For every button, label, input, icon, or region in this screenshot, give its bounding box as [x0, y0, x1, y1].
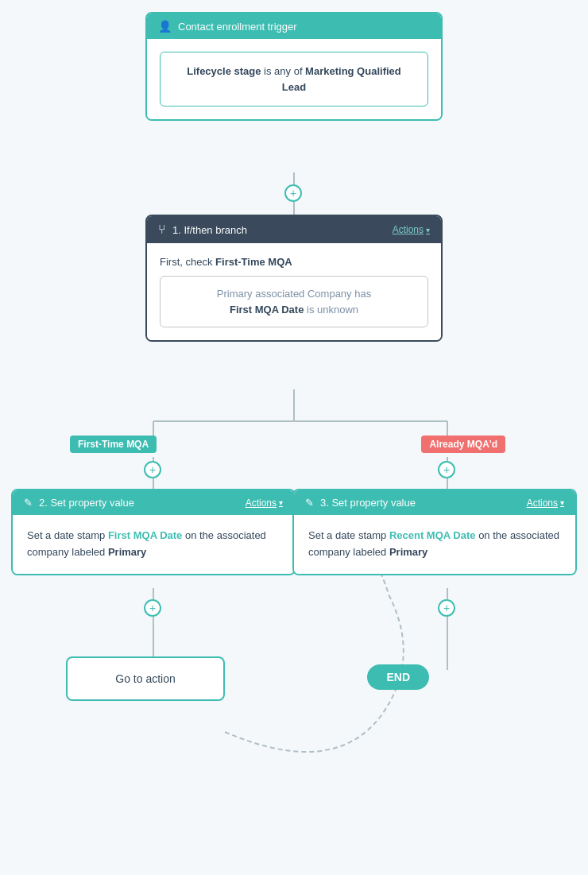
action-right-chevron: ▾ [560, 498, 564, 507]
branch-check-prefix: First, check [160, 256, 215, 268]
trigger-node: 👤 Contact enrollment trigger Lifecycle s… [145, 12, 443, 121]
action-left-actions-label: Actions [246, 498, 277, 509]
goto-node[interactable]: Go to action [66, 656, 225, 701]
branch-body: First, check First-Time MQA Primary asso… [147, 243, 441, 340]
branch-condition-suffix: is unknown [304, 304, 358, 316]
action-right-title: 3. Set property value [320, 497, 416, 509]
branch-icon: ⑂ [158, 223, 166, 237]
branch-condition-highlight: First MQA Date [230, 304, 304, 316]
end-label: END [386, 671, 410, 683]
action-left-header-left: ✎ 2. Set property value [24, 497, 134, 509]
first-time-mqa-label: First-Time MQA [70, 436, 157, 453]
plus-button-2[interactable]: + [144, 461, 161, 478]
workflow-canvas: 👤 Contact enrollment trigger Lifecycle s… [0, 0, 588, 875]
plus-button-4[interactable]: + [144, 599, 161, 617]
branch-condition-line2: First MQA Date is unknown [173, 302, 415, 318]
trigger-body: Lifecycle stage is any of Marketing Qual… [147, 39, 441, 119]
action-right-actions-label: Actions [527, 498, 558, 509]
action-left-chevron: ▾ [279, 498, 283, 507]
action-right-header: ✎ 3. Set property value Actions ▾ [294, 490, 575, 515]
branch-title: 1. If/then branch [172, 224, 247, 236]
action-right-body: Set a date stamp Recent MQA Date on the … [294, 515, 575, 574]
action-left-body: Set a date stamp First MQA Date on the a… [13, 515, 294, 574]
branch-actions-label: Actions [393, 224, 424, 235]
action-left-actions-button[interactable]: Actions ▾ [246, 498, 283, 509]
action-node-right: ✎ 3. Set property value Actions ▾ Set a … [292, 489, 577, 575]
action-left-bold: Primary [108, 546, 146, 558]
branch-node: ⑂ 1. If/then branch Actions ▾ First, che… [145, 215, 443, 342]
action-left-icon: ✎ [24, 497, 33, 509]
plus-button-3[interactable]: + [438, 461, 455, 478]
action-right-bold: Primary [389, 546, 427, 558]
trigger-condition-box: Lifecycle stage is any of Marketing Qual… [160, 52, 428, 106]
plus-button-1[interactable]: + [284, 184, 302, 202]
trigger-title: Contact enrollment trigger [178, 21, 297, 33]
action-right-icon: ✎ [305, 497, 314, 509]
goto-label: Go to action [115, 672, 176, 685]
end-node: END [367, 664, 429, 690]
branch-check-bold: First-Time MQA [215, 256, 292, 268]
person-icon: 👤 [158, 20, 172, 33]
action-right-header-left: ✎ 3. Set property value [305, 497, 416, 509]
action-left-highlight: First MQA Date [108, 529, 182, 541]
plus-button-5[interactable]: + [438, 599, 455, 617]
action-node-left: ✎ 2. Set property value Actions ▾ Set a … [11, 489, 296, 575]
action-right-prefix: Set a date stamp [308, 529, 389, 541]
trigger-header: 👤 Contact enrollment trigger [147, 14, 441, 39]
branch-actions-button[interactable]: Actions ▾ [393, 224, 430, 235]
condition-mid-text: is any of [261, 65, 305, 77]
action-right-actions-button[interactable]: Actions ▾ [527, 498, 564, 509]
branch-condition-line1: Primary associated Company has [173, 286, 415, 302]
branch-header-left: ⑂ 1. If/then branch [158, 223, 247, 237]
action-right-highlight: Recent MQA Date [389, 529, 476, 541]
action-left-title: 2. Set property value [39, 497, 134, 509]
action-left-header: ✎ 2. Set property value Actions ▾ [13, 490, 294, 515]
action-left-prefix: Set a date stamp [27, 529, 108, 541]
branch-check-text: First, check First-Time MQA [160, 256, 428, 268]
already-mqad-label: Already MQA'd [421, 436, 505, 453]
branch-actions-chevron: ▾ [426, 226, 430, 234]
branch-condition-box: Primary associated Company has First MQA… [160, 276, 428, 327]
condition-lifecycle-label: Lifecycle stage [187, 65, 261, 77]
branch-header: ⑂ 1. If/then branch Actions ▾ [147, 216, 441, 243]
